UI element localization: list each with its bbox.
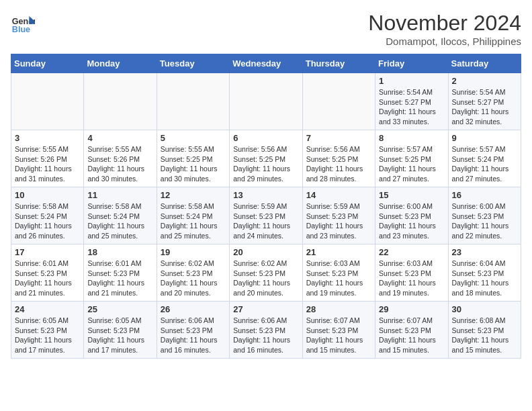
day-info: Sunrise: 5:54 AM Sunset: 5:27 PM Dayligh… — [379, 87, 444, 127]
day-info: Sunrise: 5:59 AM Sunset: 5:23 PM Dayligh… — [233, 201, 298, 241]
calendar-table: SundayMondayTuesdayWednesdayThursdayFrid… — [11, 54, 521, 359]
day-info: Sunrise: 6:04 AM Sunset: 5:23 PM Dayligh… — [452, 259, 517, 298]
day-number: 22 — [379, 247, 444, 257]
calendar-cell — [157, 73, 229, 130]
day-number: 12 — [161, 190, 226, 200]
day-info: Sunrise: 5:55 AM Sunset: 5:26 PM Dayligh… — [15, 144, 80, 184]
day-number: 15 — [379, 190, 444, 200]
day-number: 21 — [306, 247, 371, 257]
day-info: Sunrise: 6:00 AM Sunset: 5:23 PM Dayligh… — [379, 201, 444, 241]
day-number: 26 — [161, 304, 226, 314]
day-info: Sunrise: 6:07 AM Sunset: 5:23 PM Dayligh… — [379, 316, 444, 355]
calendar-cell: 17Sunrise: 6:01 AM Sunset: 5:23 PM Dayli… — [11, 244, 84, 302]
calendar-week-row: 10Sunrise: 5:58 AM Sunset: 5:24 PM Dayli… — [11, 187, 521, 244]
calendar-cell: 25Sunrise: 6:05 AM Sunset: 5:23 PM Dayli… — [84, 302, 157, 359]
weekday-header: Monday — [84, 54, 157, 73]
weekday-header-row: SundayMondayTuesdayWednesdayThursdayFrid… — [11, 54, 521, 73]
weekday-header: Sunday — [11, 54, 84, 73]
calendar-cell: 24Sunrise: 6:05 AM Sunset: 5:23 PM Dayli… — [11, 302, 84, 359]
day-number: 25 — [87, 304, 152, 314]
calendar-week-row: 17Sunrise: 6:01 AM Sunset: 5:23 PM Dayli… — [11, 244, 521, 302]
day-info: Sunrise: 6:08 AM Sunset: 5:23 PM Dayligh… — [452, 316, 517, 355]
day-number: 8 — [379, 133, 444, 143]
calendar-cell: 29Sunrise: 6:07 AM Sunset: 5:23 PM Dayli… — [375, 302, 448, 359]
calendar-cell — [11, 73, 84, 130]
calendar-cell: 22Sunrise: 6:03 AM Sunset: 5:23 PM Dayli… — [375, 244, 448, 302]
calendar-cell: 6Sunrise: 5:56 AM Sunset: 5:25 PM Daylig… — [230, 130, 302, 187]
day-info: Sunrise: 6:02 AM Sunset: 5:23 PM Dayligh… — [161, 259, 226, 298]
day-info: Sunrise: 5:59 AM Sunset: 5:23 PM Dayligh… — [306, 201, 371, 241]
day-number: 17 — [15, 247, 80, 257]
day-info: Sunrise: 6:05 AM Sunset: 5:23 PM Dayligh… — [15, 316, 80, 355]
day-number: 30 — [452, 304, 517, 314]
calendar-cell: 15Sunrise: 6:00 AM Sunset: 5:23 PM Dayli… — [375, 187, 448, 244]
day-number: 28 — [306, 304, 371, 314]
calendar-cell: 21Sunrise: 6:03 AM Sunset: 5:23 PM Dayli… — [302, 244, 375, 302]
calendar-cell: 11Sunrise: 5:58 AM Sunset: 5:24 PM Dayli… — [84, 187, 157, 244]
weekday-header: Thursday — [302, 54, 375, 73]
day-number: 10 — [15, 190, 80, 200]
day-info: Sunrise: 5:57 AM Sunset: 5:25 PM Dayligh… — [379, 144, 444, 184]
calendar-cell: 28Sunrise: 6:07 AM Sunset: 5:23 PM Dayli… — [302, 302, 375, 359]
day-info: Sunrise: 6:06 AM Sunset: 5:23 PM Dayligh… — [233, 316, 298, 355]
weekday-header: Wednesday — [230, 54, 302, 73]
day-info: Sunrise: 5:56 AM Sunset: 5:25 PM Dayligh… — [306, 144, 371, 184]
calendar-cell — [84, 73, 157, 130]
day-number: 18 — [87, 247, 152, 257]
day-info: Sunrise: 5:58 AM Sunset: 5:24 PM Dayligh… — [161, 201, 226, 241]
calendar-cell: 18Sunrise: 6:01 AM Sunset: 5:23 PM Dayli… — [84, 244, 157, 302]
calendar-cell: 3Sunrise: 5:55 AM Sunset: 5:26 PM Daylig… — [11, 130, 84, 187]
weekday-header: Friday — [375, 54, 448, 73]
day-number: 5 — [161, 133, 226, 143]
day-info: Sunrise: 5:58 AM Sunset: 5:24 PM Dayligh… — [87, 201, 152, 241]
calendar-cell: 8Sunrise: 5:57 AM Sunset: 5:25 PM Daylig… — [375, 130, 448, 187]
day-info: Sunrise: 6:02 AM Sunset: 5:23 PM Dayligh… — [233, 259, 298, 298]
logo: General Blue — [11, 11, 35, 35]
day-number: 6 — [233, 133, 298, 143]
day-info: Sunrise: 5:55 AM Sunset: 5:25 PM Dayligh… — [161, 144, 226, 184]
day-info: Sunrise: 6:03 AM Sunset: 5:23 PM Dayligh… — [306, 259, 371, 298]
day-info: Sunrise: 6:01 AM Sunset: 5:23 PM Dayligh… — [87, 259, 152, 298]
day-number: 20 — [233, 247, 298, 257]
calendar-cell: 19Sunrise: 6:02 AM Sunset: 5:23 PM Dayli… — [157, 244, 229, 302]
calendar-cell: 26Sunrise: 6:06 AM Sunset: 5:23 PM Dayli… — [157, 302, 229, 359]
calendar-cell: 7Sunrise: 5:56 AM Sunset: 5:25 PM Daylig… — [302, 130, 375, 187]
logo-icon: General Blue — [11, 11, 35, 35]
calendar-cell: 20Sunrise: 6:02 AM Sunset: 5:23 PM Dayli… — [230, 244, 302, 302]
day-number: 7 — [306, 133, 371, 143]
calendar-cell: 2Sunrise: 5:54 AM Sunset: 5:27 PM Daylig… — [448, 73, 521, 130]
weekday-header: Saturday — [448, 54, 521, 73]
title-block: November 2024 Domampot, Ilocos, Philippi… — [368, 11, 521, 47]
calendar-cell: 14Sunrise: 5:59 AM Sunset: 5:23 PM Dayli… — [302, 187, 375, 244]
day-number: 1 — [379, 76, 444, 86]
calendar-cell: 10Sunrise: 5:58 AM Sunset: 5:24 PM Dayli… — [11, 187, 84, 244]
day-info: Sunrise: 5:57 AM Sunset: 5:24 PM Dayligh… — [452, 144, 517, 184]
day-number: 27 — [233, 304, 298, 314]
month-title: November 2024 — [368, 11, 521, 36]
day-number: 2 — [452, 76, 517, 86]
calendar-week-row: 24Sunrise: 6:05 AM Sunset: 5:23 PM Dayli… — [11, 302, 521, 359]
page-header: General Blue November 2024 Domampot, Ilo… — [11, 11, 521, 47]
calendar-cell — [230, 73, 302, 130]
day-number: 14 — [306, 190, 371, 200]
day-info: Sunrise: 5:54 AM Sunset: 5:27 PM Dayligh… — [452, 87, 517, 127]
calendar-cell: 23Sunrise: 6:04 AM Sunset: 5:23 PM Dayli… — [448, 244, 521, 302]
day-number: 24 — [15, 304, 80, 314]
calendar-cell: 4Sunrise: 5:55 AM Sunset: 5:26 PM Daylig… — [84, 130, 157, 187]
calendar-week-row: 3Sunrise: 5:55 AM Sunset: 5:26 PM Daylig… — [11, 130, 521, 187]
day-number: 29 — [379, 304, 444, 314]
calendar-cell: 9Sunrise: 5:57 AM Sunset: 5:24 PM Daylig… — [448, 130, 521, 187]
location: Domampot, Ilocos, Philippines — [368, 36, 521, 47]
day-info: Sunrise: 5:58 AM Sunset: 5:24 PM Dayligh… — [15, 201, 80, 241]
calendar-cell: 5Sunrise: 5:55 AM Sunset: 5:25 PM Daylig… — [157, 130, 229, 187]
day-number: 4 — [87, 133, 152, 143]
calendar-cell — [302, 73, 375, 130]
day-number: 23 — [452, 247, 517, 257]
day-info: Sunrise: 6:03 AM Sunset: 5:23 PM Dayligh… — [379, 259, 444, 298]
calendar-cell: 30Sunrise: 6:08 AM Sunset: 5:23 PM Dayli… — [448, 302, 521, 359]
calendar-cell: 1Sunrise: 5:54 AM Sunset: 5:27 PM Daylig… — [375, 73, 448, 130]
day-info: Sunrise: 6:01 AM Sunset: 5:23 PM Dayligh… — [15, 259, 80, 298]
day-number: 13 — [233, 190, 298, 200]
day-number: 19 — [161, 247, 226, 257]
day-info: Sunrise: 6:00 AM Sunset: 5:23 PM Dayligh… — [452, 201, 517, 241]
